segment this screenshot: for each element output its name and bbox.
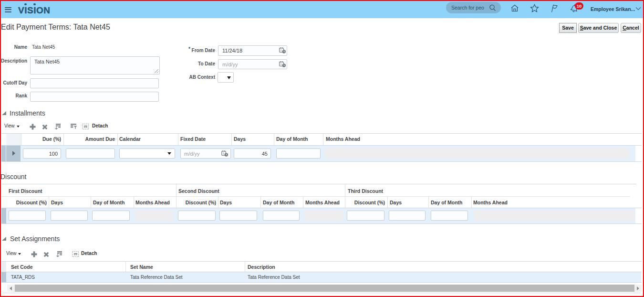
svg-text:1: 1 [223,152,224,155]
svg-text:1: 1 [280,49,282,52]
svg-text:1: 1 [280,63,282,65]
